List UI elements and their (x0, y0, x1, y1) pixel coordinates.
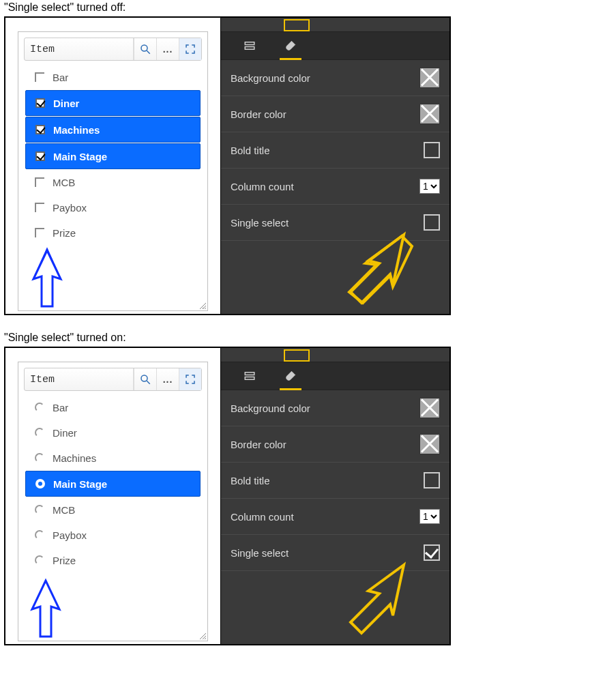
checkbox-icon (35, 98, 45, 108)
radio-icon (35, 453, 44, 463)
filter-field-name: Item (25, 368, 134, 390)
no-fill-icon[interactable] (419, 434, 440, 454)
svg-rect-10 (245, 373, 254, 375)
format-panel-on: Background color Border color Bold title… (220, 348, 449, 644)
svg-marker-5 (349, 236, 412, 303)
caption-off: "Single select" turned off: (4, 1, 601, 14)
caption-on: "Single select" turned on: (4, 332, 601, 344)
prop-border-color[interactable]: Border color (221, 96, 449, 132)
viz-picker-strip (221, 18, 449, 32)
search-icon[interactable] (134, 38, 156, 60)
format-tabs (221, 32, 449, 60)
resize-grip-icon[interactable] (198, 301, 206, 309)
svg-line-1 (147, 50, 150, 54)
format-panel-off: Background color Border color Bold title… (220, 18, 449, 314)
prop-bold-title[interactable]: Bold title (221, 463, 449, 499)
radio-icon (35, 403, 44, 412)
more-icon[interactable]: ... (156, 368, 179, 390)
svg-rect-4 (245, 47, 254, 50)
filter-item[interactable]: Paybox (25, 195, 201, 220)
prop-background-color[interactable]: Background color (221, 390, 449, 426)
checkbox-on[interactable] (424, 544, 440, 561)
brush-icon[interactable] (280, 362, 301, 390)
checkbox-icon (35, 177, 44, 187)
filter-item[interactable]: MCB (25, 497, 201, 522)
checkbox-off[interactable] (424, 472, 440, 488)
fit-icon[interactable] (179, 38, 201, 60)
filter-item[interactable]: Prize (25, 548, 201, 572)
svg-rect-3 (245, 42, 254, 45)
viz-picker-strip (221, 348, 449, 362)
svg-marker-2 (33, 250, 61, 306)
rows-icon[interactable] (239, 362, 261, 390)
filter-item[interactable]: MCB (25, 170, 201, 194)
filter-item[interactable]: Bar (25, 395, 201, 420)
prop-column-count[interactable]: Column count 1 (221, 169, 449, 205)
checkbox-off[interactable] (424, 214, 440, 231)
selected-viz-icon[interactable] (284, 19, 310, 31)
radio-icon (35, 428, 44, 437)
filter-item[interactable]: Machines (25, 446, 201, 470)
no-fill-icon[interactable] (419, 398, 440, 418)
checkbox-icon (35, 203, 44, 212)
rows-icon[interactable] (239, 32, 261, 59)
filter-visual-on: Item ... Bar Diner Machines Main Stage M… (5, 348, 220, 644)
filter-list-on: Bar Diner Machines Main Stage MCB Paybox… (24, 395, 202, 572)
svg-point-0 (141, 45, 147, 51)
radio-icon (35, 555, 44, 565)
no-fill-icon[interactable] (419, 104, 440, 124)
checkbox-icon (35, 151, 45, 161)
filter-card: Item ... Bar Diner Machines Main Stage M… (18, 362, 208, 641)
resize-grip-icon[interactable] (198, 631, 206, 639)
filter-list-off: Bar Diner Machines Main Stage MCB Paybox… (24, 65, 202, 245)
filter-header: Item ... (24, 368, 202, 391)
figure-single-select-off: Item ... Bar Diner Machines Main Stage M… (4, 16, 451, 315)
search-icon[interactable] (134, 368, 156, 390)
figure-single-select-on: Item ... Bar Diner Machines Main Stage M… (4, 347, 451, 645)
svg-point-7 (141, 375, 147, 381)
radio-icon (35, 479, 45, 488)
prop-background-color[interactable]: Background color (221, 60, 449, 96)
filter-visual-off: Item ... Bar Diner Machines Main Stage M… (5, 18, 220, 314)
svg-marker-9 (32, 581, 59, 637)
format-tabs (221, 362, 449, 390)
prop-single-select[interactable]: Single select (221, 535, 449, 571)
prop-bold-title[interactable]: Bold title (221, 132, 449, 169)
svg-line-8 (147, 381, 150, 384)
filter-item[interactable]: Paybox (25, 523, 201, 547)
radio-icon (35, 530, 44, 540)
filter-card: Item ... Bar Diner Machines Main Stage M… (18, 31, 208, 311)
filter-item[interactable]: Main Stage (25, 143, 201, 169)
prop-border-color[interactable]: Border color (221, 426, 449, 463)
checkbox-icon (35, 228, 44, 237)
filter-item[interactable]: Bar (25, 65, 201, 89)
filter-item[interactable]: Main Stage (25, 471, 201, 497)
filter-item[interactable]: Machines (25, 117, 201, 143)
filter-item[interactable]: Diner (25, 90, 201, 116)
checkbox-icon (35, 72, 44, 82)
svg-rect-11 (245, 377, 254, 380)
column-count-select[interactable]: 1 (419, 179, 440, 194)
svg-marker-12 (351, 565, 404, 633)
svg-marker-6 (351, 235, 404, 303)
brush-icon[interactable] (280, 32, 301, 59)
column-count-select[interactable]: 1 (419, 509, 440, 524)
checkbox-icon (35, 125, 45, 134)
fit-icon[interactable] (179, 368, 201, 390)
more-icon[interactable]: ... (156, 38, 179, 60)
selected-viz-icon[interactable] (284, 349, 310, 362)
radio-icon (35, 505, 44, 514)
no-fill-icon[interactable] (419, 68, 440, 88)
filter-item[interactable]: Diner (25, 420, 201, 445)
prop-column-count[interactable]: Column count 1 (221, 499, 449, 535)
checkbox-off[interactable] (424, 142, 440, 158)
filter-header: Item ... (24, 38, 202, 61)
filter-item[interactable]: Prize (25, 220, 201, 245)
filter-field-name: Item (25, 38, 134, 60)
prop-single-select[interactable]: Single select (221, 205, 449, 241)
